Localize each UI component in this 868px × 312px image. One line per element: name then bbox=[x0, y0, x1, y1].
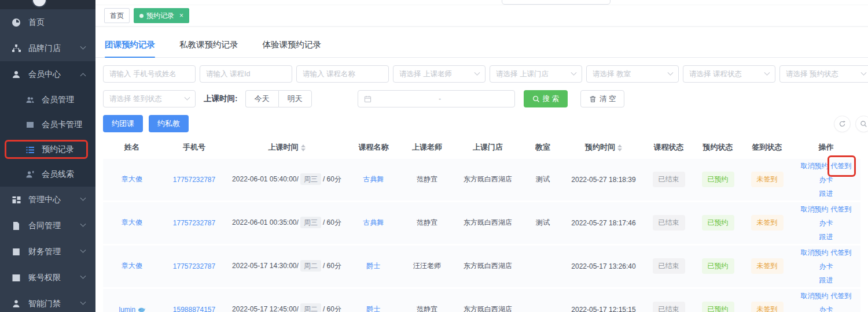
follow-up-link[interactable]: 跟进 bbox=[819, 273, 833, 287]
contract-icon bbox=[12, 221, 21, 231]
course-status-tag: 已结束 bbox=[653, 258, 685, 274]
member-name-link[interactable]: 章大傻 bbox=[122, 175, 142, 183]
cancel-booking-link[interactable]: 取消预约 bbox=[801, 159, 829, 173]
tomorrow-button[interactable]: 明天 bbox=[278, 90, 312, 107]
tab-trial-class-records[interactable]: 体验课预约记录 bbox=[263, 35, 322, 57]
sidebar-item-management-center[interactable]: 管理中心 bbox=[0, 187, 95, 213]
search-icon bbox=[532, 95, 540, 103]
chevron-down-icon bbox=[80, 247, 86, 253]
sidebar-item-account-permissions[interactable]: 账号权限 bbox=[0, 265, 95, 291]
book-group-class-button[interactable]: 约团课 bbox=[103, 115, 143, 132]
sort-caret-icon[interactable] bbox=[301, 144, 306, 151]
chevron-down-icon bbox=[475, 69, 480, 75]
col-classroom: 教室 bbox=[523, 138, 563, 158]
cancel-booking-link[interactable]: 取消预约 bbox=[801, 246, 829, 259]
store-cell: 东方既白西湖店 bbox=[453, 244, 523, 288]
close-icon[interactable]: × bbox=[179, 12, 183, 20]
clear-button-label: 清 空 bbox=[599, 94, 616, 104]
sidebar-item-stores[interactable]: 品牌门店 bbox=[0, 35, 95, 61]
member-name-link[interactable]: 章大傻 bbox=[122, 262, 142, 270]
cancel-booking-link[interactable]: 取消预约 bbox=[801, 289, 829, 303]
course-link[interactable]: 爵士 bbox=[367, 305, 381, 312]
book-private-class-button[interactable]: 约私教 bbox=[149, 115, 189, 132]
top-header-bar bbox=[95, 0, 868, 5]
view-tag-booking-records[interactable]: 预约记录 × bbox=[134, 8, 189, 23]
cancel-booking-link[interactable]: 取消预约 bbox=[801, 202, 829, 216]
proxy-signin-link[interactable]: 代签到 bbox=[831, 289, 852, 303]
calendar-icon bbox=[364, 95, 372, 103]
signin-status-select[interactable]: 请选择 签到状态 bbox=[103, 90, 196, 107]
proxy-signin-link[interactable]: 代签到 bbox=[831, 202, 852, 216]
view-tag-home[interactable]: 首页 bbox=[104, 8, 130, 23]
sidebar-item-label: 智能门禁 bbox=[28, 299, 61, 309]
booking-time-cell: 2022-05-17 12:15:15 bbox=[563, 288, 644, 312]
booking-status-select[interactable]: 请选择 预约状态 bbox=[779, 65, 868, 83]
store-select[interactable]: 请选择 上课门店 bbox=[490, 65, 582, 83]
col-booking-time[interactable]: 预约时间 bbox=[563, 138, 644, 158]
dashboard-icon bbox=[12, 18, 21, 27]
booking-time-cell: 2022-05-27 18:17:46 bbox=[563, 201, 644, 244]
proxy-signin-link[interactable]: 代签到 bbox=[831, 246, 852, 259]
course-name-input[interactable] bbox=[296, 65, 389, 83]
sidebar-item-member-management[interactable]: 会员管理 bbox=[0, 87, 95, 112]
classroom-select[interactable]: 请选择 教室 bbox=[586, 65, 679, 83]
access-icon bbox=[12, 299, 21, 309]
proxy-signin-link[interactable]: 代签到 bbox=[831, 159, 852, 173]
issue-card-link[interactable]: 办卡 bbox=[819, 216, 833, 230]
sort-caret-icon[interactable] bbox=[617, 144, 622, 151]
course-link[interactable]: 古典舞 bbox=[363, 175, 384, 183]
sidebar-item-contract-management[interactable]: 合同管理 bbox=[0, 213, 95, 239]
course-link[interactable]: 古典舞 bbox=[363, 218, 384, 226]
select-placeholder: 请选择 上课老师 bbox=[399, 69, 452, 79]
sidebar-item-member-leads[interactable]: 会员线索 bbox=[0, 162, 95, 187]
tab-private-class-records[interactable]: 私教课预约记录 bbox=[179, 35, 238, 57]
filter-panel: 请选择 上课老师 请选择 上课门店 请选择 教室 请选择 课程状态 请选择 预约… bbox=[95, 58, 868, 107]
sidebar-item-finance-management[interactable]: 财务管理 bbox=[0, 239, 95, 265]
filter-row-2: 请选择 签到状态 上课时间: 今天 明天 - 搜 索 清 空 bbox=[103, 90, 868, 107]
col-name: 姓名 bbox=[103, 138, 161, 158]
member-name-link[interactable]: 章大傻 bbox=[122, 218, 142, 226]
phone-link[interactable]: 15988874157 bbox=[173, 306, 215, 312]
follow-up-link[interactable]: 跟进 bbox=[819, 230, 833, 244]
refresh-button[interactable] bbox=[834, 116, 851, 132]
member-name-link[interactable]: lumin bbox=[119, 306, 145, 312]
issue-card-link[interactable]: 办卡 bbox=[819, 173, 833, 187]
sidebar-item-label: 管理中心 bbox=[28, 195, 61, 205]
member-leads-icon bbox=[25, 170, 35, 179]
col-course-name: 课程名称 bbox=[346, 138, 401, 158]
course-status-select[interactable]: 请选择 课程状态 bbox=[683, 65, 775, 83]
col-class-time[interactable]: 上课时间 bbox=[227, 138, 346, 158]
clear-button[interactable]: 清 空 bbox=[580, 90, 624, 107]
topbar-search-input[interactable] bbox=[502, 0, 610, 5]
teacher-select[interactable]: 请选择 上课老师 bbox=[393, 65, 486, 83]
sidebar-item-smart-access[interactable]: 智能门禁 bbox=[0, 291, 95, 312]
course-link[interactable]: 爵士 bbox=[367, 262, 381, 270]
issue-card-link[interactable]: 办卡 bbox=[819, 303, 833, 312]
sidebar-item-member-card-management[interactable]: 会员卡管理 bbox=[0, 112, 95, 137]
booking-status-tag: 已预约 bbox=[702, 215, 734, 231]
chevron-down-icon bbox=[80, 195, 86, 201]
sidebar-item-label: 品牌门店 bbox=[28, 43, 61, 54]
follow-up-link[interactable]: 跟进 bbox=[819, 187, 833, 200]
sidebar-item-member-center[interactable]: 会员中心 bbox=[0, 61, 95, 87]
search-button[interactable]: 搜 索 bbox=[524, 90, 568, 107]
zoom-button[interactable] bbox=[855, 116, 868, 132]
phone-link[interactable]: 17757232787 bbox=[173, 219, 215, 227]
col-teacher: 上课老师 bbox=[401, 138, 453, 158]
finance-icon bbox=[12, 247, 21, 257]
issue-card-link[interactable]: 办卡 bbox=[819, 259, 833, 273]
weekday-tag: 周二 bbox=[300, 303, 321, 312]
sidebar-item-label: 会员卡管理 bbox=[42, 120, 82, 130]
permissions-icon bbox=[12, 273, 21, 283]
course-id-input[interactable] bbox=[200, 65, 292, 83]
classroom-cell: 测试 bbox=[523, 201, 563, 244]
tab-group-class-records[interactable]: 团课预约记录 bbox=[105, 35, 155, 57]
chevron-down-icon bbox=[80, 273, 86, 279]
sidebar-item-booking-records[interactable]: 预约记录 bbox=[0, 137, 95, 162]
today-button[interactable]: 今天 bbox=[245, 90, 278, 107]
phone-link[interactable]: 17757232787 bbox=[173, 262, 215, 270]
phone-link[interactable]: 17757232787 bbox=[173, 176, 215, 184]
sidebar-item-home[interactable]: 首页 bbox=[0, 9, 95, 35]
phone-or-name-input[interactable] bbox=[103, 65, 196, 83]
date-range-picker[interactable]: - bbox=[358, 90, 515, 107]
